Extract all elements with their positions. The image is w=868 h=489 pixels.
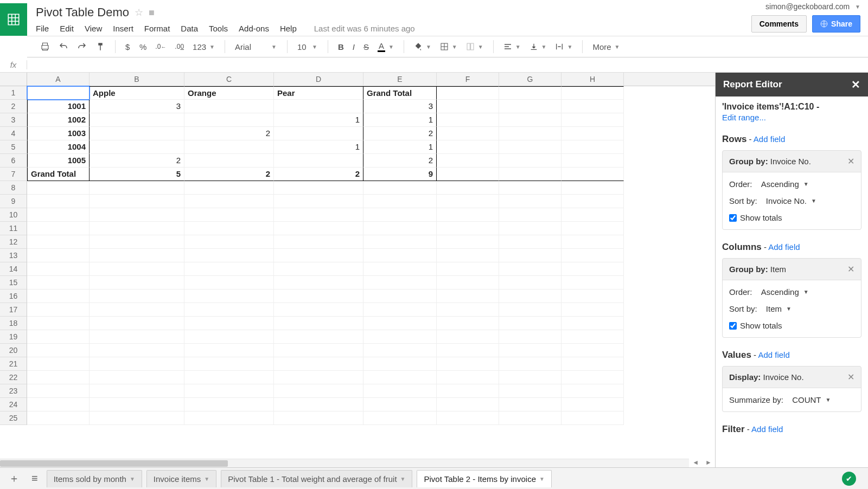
cell[interactable]: [561, 330, 624, 344]
text-color-icon[interactable]: A▼: [374, 39, 397, 54]
cell[interactable]: [363, 195, 437, 208]
cell[interactable]: [90, 344, 184, 357]
cell[interactable]: [274, 371, 363, 384]
cell[interactable]: [363, 276, 437, 289]
row-header[interactable]: 25: [0, 411, 27, 425]
cell[interactable]: [499, 411, 561, 425]
cell[interactable]: [499, 168, 561, 181]
cell[interactable]: [499, 249, 561, 262]
cell[interactable]: [27, 303, 90, 317]
cell[interactable]: [274, 208, 363, 222]
cell[interactable]: [90, 303, 184, 317]
cell[interactable]: [363, 371, 437, 384]
sheet-tab[interactable]: Items sold by month▼: [47, 470, 142, 487]
menu-tools[interactable]: Tools: [209, 24, 228, 33]
cell[interactable]: [499, 371, 561, 384]
cell[interactable]: [499, 276, 561, 289]
cell[interactable]: [363, 208, 437, 222]
chevron-down-icon[interactable]: ▼: [130, 476, 135, 482]
cell[interactable]: 3: [363, 100, 437, 113]
cell[interactable]: [274, 398, 363, 411]
share-button[interactable]: Share: [812, 15, 860, 33]
cell[interactable]: [437, 371, 499, 384]
chevron-down-icon[interactable]: ▼: [539, 476, 545, 482]
cell[interactable]: [184, 330, 274, 344]
cell[interactable]: [437, 317, 499, 330]
cell[interactable]: [184, 398, 274, 411]
increase-decimal[interactable]: .00: [171, 41, 187, 53]
cell[interactable]: [363, 249, 437, 262]
cell[interactable]: [27, 208, 90, 222]
columns-add-field[interactable]: Add field: [768, 242, 800, 252]
row-header[interactable]: 18: [0, 317, 27, 330]
cell[interactable]: [561, 262, 624, 276]
cell[interactable]: [90, 357, 184, 371]
cell[interactable]: [27, 262, 90, 276]
cell[interactable]: 5: [90, 168, 184, 181]
cell[interactable]: [363, 289, 437, 303]
cell[interactable]: [437, 384, 499, 398]
cell[interactable]: 2: [274, 168, 363, 181]
folder-icon[interactable]: ■: [149, 7, 155, 18]
wrap-icon[interactable]: ▼: [552, 40, 576, 53]
cell[interactable]: [437, 262, 499, 276]
cell[interactable]: 2: [184, 168, 274, 181]
cell[interactable]: [274, 262, 363, 276]
cell[interactable]: [561, 384, 624, 398]
row-header[interactable]: 9: [0, 195, 27, 208]
col-sort-select[interactable]: Sort by: Item▼: [723, 300, 861, 317]
cell[interactable]: [184, 195, 274, 208]
font-size-select[interactable]: 10▼: [294, 40, 321, 54]
cell[interactable]: [274, 317, 363, 330]
cell[interactable]: [274, 276, 363, 289]
row-header[interactable]: 5: [0, 140, 27, 154]
bold-icon[interactable]: B: [335, 40, 347, 54]
cell[interactable]: [27, 357, 90, 371]
cell[interactable]: [561, 411, 624, 425]
menu-data[interactable]: Data: [181, 24, 198, 33]
cell[interactable]: 1: [363, 140, 437, 154]
cell[interactable]: [561, 140, 624, 154]
cell[interactable]: [437, 113, 499, 127]
cell[interactable]: 1001: [27, 100, 90, 113]
cell[interactable]: [499, 289, 561, 303]
cell[interactable]: [499, 113, 561, 127]
cell[interactable]: [27, 289, 90, 303]
cell[interactable]: [184, 235, 274, 249]
filter-add-field[interactable]: Add field: [751, 424, 783, 434]
cell[interactable]: [184, 411, 274, 425]
add-sheet-button[interactable]: ＋: [5, 471, 23, 486]
cell[interactable]: Orange: [184, 86, 274, 100]
cell[interactable]: [90, 181, 184, 195]
merge-cells-icon[interactable]: ▼: [463, 40, 487, 53]
cell[interactable]: [363, 262, 437, 276]
cell[interactable]: [90, 384, 184, 398]
cell[interactable]: [90, 317, 184, 330]
cell[interactable]: [363, 398, 437, 411]
cell[interactable]: [90, 330, 184, 344]
row-header[interactable]: 10: [0, 208, 27, 222]
cell[interactable]: [561, 154, 624, 168]
cell[interactable]: 1: [274, 113, 363, 127]
cell[interactable]: [499, 317, 561, 330]
cell[interactable]: [90, 411, 184, 425]
col-header[interactable]: H: [561, 73, 624, 86]
cell[interactable]: [363, 303, 437, 317]
redo-icon[interactable]: [74, 40, 90, 54]
row-header[interactable]: 17: [0, 303, 27, 317]
cell[interactable]: [90, 127, 184, 140]
cell[interactable]: [363, 357, 437, 371]
cell[interactable]: [90, 262, 184, 276]
col-header[interactable]: B: [90, 73, 184, 86]
cell[interactable]: [184, 344, 274, 357]
menu-edit[interactable]: Edit: [60, 24, 74, 33]
cell[interactable]: [274, 181, 363, 195]
cell[interactable]: [363, 344, 437, 357]
cell[interactable]: [561, 168, 624, 181]
cell[interactable]: [561, 344, 624, 357]
menu-insert[interactable]: Insert: [113, 24, 133, 33]
cell[interactable]: [437, 222, 499, 235]
cell[interactable]: [561, 181, 624, 195]
doc-title[interactable]: Pivot Table Demo: [36, 5, 129, 20]
cell[interactable]: [363, 330, 437, 344]
